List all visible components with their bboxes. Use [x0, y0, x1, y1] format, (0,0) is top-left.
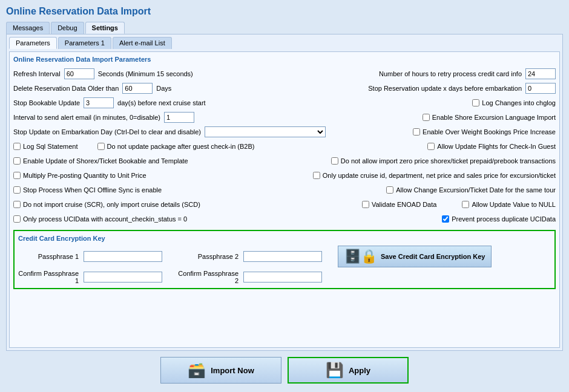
log-changes-label: Log Changes into chglog — [482, 99, 556, 106]
multiply-row: Multiply Pre-posting Quantity to Unit Pr… — [13, 172, 146, 179]
no-import-cruise-row: Do not import cruise (SCR), only import … — [13, 201, 200, 208]
cc-fields: Passphrase 1 Passphrase 2 🗄️🔒 Save Credi… — [18, 246, 551, 284]
embarkation-dropdown[interactable] — [205, 126, 326, 137]
passphrase2-label: Passphrase 2 — [178, 253, 238, 260]
tab-parameters1[interactable]: Parameters 1 — [58, 37, 111, 49]
row-refresh: Refresh Interval Seconds (Minimum 15 sec… — [13, 68, 556, 80]
save-cc-button[interactable]: 🗄️🔒 Save Credit Card Encryption Key — [338, 246, 492, 267]
row-stop-qci: Stop Process When QCI Offline Sync is en… — [13, 184, 556, 196]
enable-shorex-checkbox[interactable] — [13, 157, 21, 165]
prevent-duplicate-label: Prevent process duplicate UCIData — [452, 215, 556, 223]
stop-bookable-label: Stop Bookable Update — [13, 99, 80, 106]
row-embarkation: Stop Update on Embarkation Day (Ctrl-Del… — [13, 126, 556, 138]
uci-label: Only process UCIData with account_checki… — [23, 215, 187, 223]
prevent-duplicate-row: Prevent process duplicate UCIData — [442, 215, 556, 223]
validate-enoad-checkbox[interactable] — [362, 201, 369, 208]
top-tab-bar: Messages Debug Settings — [6, 22, 563, 34]
enable-shorex-label: Enable Update of Shorex/Ticket Bookable … — [23, 157, 188, 165]
page-title: Online Reservation Data Import — [6, 6, 563, 17]
no-update-package-checkbox[interactable] — [97, 143, 105, 150]
only-update-cruise-label: Only update cruise id, department, net p… — [323, 172, 556, 179]
passphrase1-label: Passphrase 1 — [18, 253, 79, 260]
credit-card-section: Credit Card Encryption Key Passphrase 1 … — [13, 230, 556, 289]
allow-update-null-checkbox[interactable] — [462, 201, 469, 208]
confirm1-label: Confirm Passphrase 1 — [18, 270, 79, 284]
allow-flights-label: Allow Update Flights for Check-In Guest — [437, 143, 556, 150]
no-import-cruise-checkbox[interactable] — [13, 201, 21, 208]
prevent-duplicate-checkbox[interactable] — [442, 215, 449, 223]
refresh-unit: Seconds (Minimum 15 seconds) — [98, 70, 193, 77]
multiply-label: Multiply Pre-posting Quantity to Unit Pr… — [23, 172, 146, 179]
only-update-cruise-checkbox[interactable] — [313, 172, 320, 179]
tab-alert-email-list[interactable]: Alert e-mail List — [113, 37, 172, 49]
over-weight-checkbox[interactable] — [413, 128, 420, 136]
cc-section-title: Credit Card Encryption Key — [18, 235, 551, 242]
row-interval-alert: Interval to send alert email (in minutes… — [13, 111, 556, 123]
shore-excursion-row: Enable Shore Excursion Language Import — [423, 114, 556, 121]
row-uci: Only process UCIData with account_checki… — [13, 213, 556, 225]
confirm-passphrase2-input[interactable] — [243, 272, 322, 283]
allow-change-excursion-checkbox[interactable] — [386, 186, 393, 194]
allow-change-excursion-label: Allow Change Excursion/Ticket Date for t… — [396, 186, 556, 194]
log-sql-label: Log Sql Statement — [23, 143, 78, 150]
only-update-cruise-row: Only update cruise id, department, net p… — [313, 172, 556, 179]
log-sql-row: Log Sql Statement — [13, 143, 78, 150]
no-import-zero-checkbox[interactable] — [331, 157, 338, 165]
no-update-package-label: Do not update package after guest check-… — [107, 143, 255, 150]
import-label: Import Now — [211, 366, 254, 375]
tab-messages[interactable]: Messages — [6, 22, 50, 34]
shore-excursion-label: Enable Shore Excursion Language Import — [432, 114, 556, 121]
interval-alert-input[interactable] — [164, 112, 194, 123]
stop-bookable-input[interactable] — [84, 97, 114, 108]
no-update-package-row: Do not update package after guest check-… — [97, 143, 255, 150]
row-stop-bookable: Stop Bookable Update day(s) before next … — [13, 97, 556, 109]
row-no-import-cruise: Do not import cruise (SCR), only import … — [13, 198, 556, 211]
allow-change-excursion-row: Allow Change Excursion/Ticket Date for t… — [386, 186, 556, 194]
log-changes-row: Log Changes into chglog — [472, 99, 556, 106]
no-import-zero-row: Do not allow import zero price shorex/ti… — [331, 157, 556, 165]
main-area: Parameters Parameters 1 Alert e-mail Lis… — [6, 34, 563, 351]
allow-flights-checkbox[interactable] — [427, 143, 435, 150]
stop-qci-label: Stop Process When QCI Offline Sync is en… — [23, 186, 162, 194]
refresh-interval-input[interactable] — [64, 68, 94, 79]
credit-card-retry-input[interactable] — [525, 68, 556, 79]
stop-reservation-label: Stop Reservation update x days before em… — [368, 85, 522, 92]
no-import-cruise-label: Do not import cruise (SCR), only import … — [23, 201, 200, 208]
interval-alert-label: Interval to send alert email (in minutes… — [13, 114, 160, 121]
passphrase1-input[interactable] — [84, 251, 162, 262]
over-weight-row: Enable Over Weight Bookings Price Increa… — [413, 128, 556, 136]
delete-reservation-unit: Days — [156, 85, 171, 92]
delete-reservation-input[interactable] — [122, 83, 153, 94]
bottom-bar: 🗃️ Import Now 💾 Apply — [6, 351, 563, 386]
stop-reservation-input[interactable] — [525, 83, 556, 94]
enable-shorex-row: Enable Update of Shorex/Ticket Bookable … — [13, 157, 188, 165]
apply-button[interactable]: 💾 Apply — [288, 357, 409, 384]
refresh-label: Refresh Interval — [13, 70, 61, 77]
tab-parameters[interactable]: Parameters — [9, 37, 57, 49]
over-weight-label: Enable Over Weight Bookings Price Increa… — [423, 128, 556, 136]
shore-excursion-checkbox[interactable] — [423, 114, 430, 121]
row-enable-shorex: Enable Update of Shorex/Ticket Bookable … — [13, 155, 556, 167]
stop-qci-checkbox[interactable] — [13, 186, 21, 194]
tab-debug[interactable]: Debug — [51, 22, 84, 34]
cc-row1: Passphrase 1 Passphrase 2 🗄️🔒 Save Credi… — [18, 246, 551, 267]
stop-qci-row: Stop Process When QCI Offline Sync is en… — [13, 186, 162, 194]
uci-row: Only process UCIData with account_checki… — [13, 215, 187, 223]
apply-label: Apply — [349, 366, 370, 375]
import-now-button[interactable]: 🗃️ Import Now — [160, 357, 281, 384]
apply-icon: 💾 — [326, 362, 344, 379]
confirm-passphrase1-input[interactable] — [84, 272, 162, 283]
log-changes-checkbox[interactable] — [472, 99, 479, 106]
section-title: Online Reservation Data Import Parameter… — [13, 56, 556, 63]
uci-checkbox[interactable] — [13, 215, 21, 223]
stop-bookable-unit: day(s) before next cruise start — [117, 99, 206, 106]
multiply-checkbox[interactable] — [13, 172, 21, 179]
log-sql-checkbox[interactable] — [13, 143, 21, 150]
tab-settings[interactable]: Settings — [85, 22, 125, 34]
save-cc-label: Save Credit Card Encryption Key — [381, 253, 485, 260]
validate-enoad-label: Validate ENOAD Data — [372, 201, 436, 208]
stop-update-embarkation-label: Stop Update on Embarkation Day (Ctrl-Del… — [13, 128, 201, 136]
save-cc-icon: 🗄️🔒 — [344, 249, 377, 264]
passphrase2-input[interactable] — [243, 251, 322, 262]
credit-card-retry-label: Number of hours to retry process credit … — [379, 70, 522, 77]
